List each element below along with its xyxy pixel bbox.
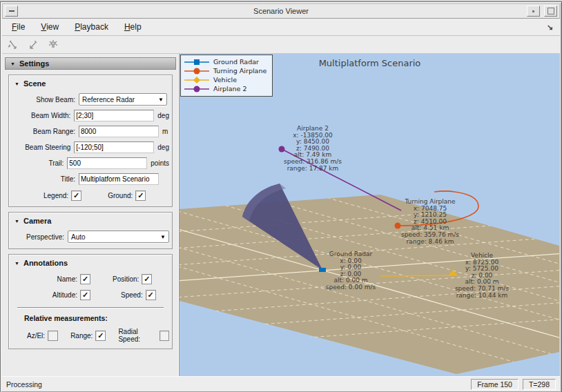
legend-label: Ground Radar bbox=[213, 58, 259, 66]
titlebar: Scenario Viewer bbox=[2, 3, 560, 19]
range-checkbox[interactable]: ✓ bbox=[95, 331, 106, 341]
relative-measurements-header: Relative measurements: bbox=[24, 314, 169, 322]
legend-label: Legend: bbox=[43, 192, 68, 199]
toolbar bbox=[2, 36, 560, 54]
status-bar: Processing Frame 150 T=298 bbox=[2, 376, 560, 391]
circle-marker-icon bbox=[194, 68, 200, 74]
window-title: Scenario Viewer bbox=[3, 7, 559, 15]
perspective-select[interactable]: Auto ▼ bbox=[68, 231, 169, 243]
menu-help[interactable]: Help bbox=[118, 20, 148, 34]
camera-group-header[interactable]: ▼ Camera bbox=[12, 215, 169, 226]
vehicle-annotation: Vehicle x: 8725.00 y: 5725.00 z: 0.00 al… bbox=[430, 253, 534, 299]
altitude-checkbox[interactable]: ✓ bbox=[80, 290, 90, 300]
title-label: Title: bbox=[12, 175, 75, 183]
annotation-line: range: 17.87 km bbox=[261, 166, 365, 173]
diamond-marker-icon bbox=[193, 77, 200, 84]
menu-bar: File View Playback Help ↘ bbox=[2, 19, 560, 36]
chevron-down-icon: ▼ bbox=[158, 97, 164, 103]
main-content: ▼ Settings ▼ Scene Show Beam: Reference … bbox=[2, 54, 560, 376]
trail-unit: points bbox=[151, 159, 169, 167]
menu-overflow-arrow-icon[interactable]: ↘ bbox=[547, 23, 553, 32]
legend-label: Airplane 2 bbox=[213, 85, 246, 92]
check-icon: ✓ bbox=[73, 191, 79, 200]
maximize-icon bbox=[548, 8, 554, 14]
camera-group: ▼ Camera Perspective: Auto ▼ bbox=[8, 212, 173, 249]
show-beam-label: Show Beam: bbox=[12, 96, 75, 104]
range-label: Range: bbox=[70, 332, 93, 340]
annotations-group-header[interactable]: ▼ Annotations bbox=[12, 257, 169, 268]
perspective-value: Auto bbox=[71, 233, 86, 241]
altitude-label: Altitude: bbox=[52, 291, 77, 299]
pen-tool-icon[interactable] bbox=[6, 39, 20, 51]
beam-width-input[interactable] bbox=[74, 110, 154, 121]
position-label: Position: bbox=[113, 275, 139, 283]
beam-steering-input[interactable] bbox=[74, 141, 154, 153]
beam-width-unit: deg bbox=[157, 112, 169, 119]
lamp-tool-icon[interactable] bbox=[46, 39, 60, 51]
name-label: Name: bbox=[57, 275, 77, 283]
trail-label: Trail: bbox=[12, 159, 64, 167]
menu-view[interactable]: View bbox=[35, 20, 65, 34]
time-counter: T=298 bbox=[523, 379, 556, 390]
scenario-viewer-window: Scenario Viewer File View Playback Help … bbox=[0, 1, 562, 392]
check-icon: ✓ bbox=[144, 275, 150, 284]
check-icon: ✓ bbox=[148, 291, 154, 300]
name-checkbox[interactable]: ✓ bbox=[80, 274, 90, 284]
settings-panel: ▼ Settings ▼ Scene Show Beam: Reference … bbox=[2, 54, 180, 376]
check-icon: ✓ bbox=[82, 291, 88, 300]
menu-playback[interactable]: Playback bbox=[68, 20, 115, 34]
restore-icon bbox=[532, 10, 534, 12]
scene-header-label: Scene bbox=[23, 79, 46, 88]
check-icon: ✓ bbox=[82, 275, 88, 284]
speed-checkbox[interactable]: ✓ bbox=[146, 290, 156, 300]
annotations-header-label: Annotations bbox=[23, 259, 68, 267]
legend-item-vehicle[interactable]: Vehicle bbox=[184, 75, 267, 84]
ground-checkbox[interactable]: ✓ bbox=[135, 190, 146, 201]
frame-counter: Frame 150 bbox=[471, 379, 519, 390]
legend-checkbox[interactable]: ✓ bbox=[71, 190, 81, 201]
legend-item-airplane2[interactable]: Airplane 2 bbox=[184, 84, 267, 93]
scenario-plot[interactable]: Multiplatform Scenario Ground Radar Turn… bbox=[180, 54, 560, 376]
brush-tool-icon[interactable] bbox=[26, 39, 40, 51]
status-message: Processing bbox=[6, 380, 42, 389]
radial-speed-label: Radial Speed: bbox=[118, 328, 157, 343]
beam-range-unit: m bbox=[162, 128, 168, 135]
trail-input[interactable] bbox=[67, 157, 147, 169]
maximize-button[interactable] bbox=[544, 6, 557, 17]
beam-range-label: Beam Range: bbox=[12, 128, 75, 135]
restore-button[interactable] bbox=[527, 6, 540, 17]
chevron-down-icon: ▼ bbox=[160, 234, 166, 240]
menu-file[interactable]: File bbox=[6, 20, 31, 34]
annotations-group: ▼ Annotations Name: ✓ Position: ✓ Altit bbox=[8, 254, 173, 349]
collapse-triangle-icon: ▼ bbox=[14, 261, 19, 266]
ground-radar-annotation: Ground Radar x: 0.00 y: 0.00 z: 0.00 alt… bbox=[299, 251, 403, 291]
scene-group-header[interactable]: ▼ Scene bbox=[12, 78, 169, 89]
minimize-button[interactable] bbox=[5, 6, 18, 17]
legend-item-ground-radar[interactable]: Ground Radar bbox=[184, 57, 267, 66]
position-checkbox[interactable]: ✓ bbox=[142, 274, 152, 284]
divider bbox=[17, 307, 164, 308]
collapse-triangle-icon: ▼ bbox=[10, 61, 15, 66]
legend-item-turning-airplane[interactable]: Turning Airplane bbox=[184, 66, 267, 75]
annotation-line: range: 10.44 km bbox=[430, 293, 534, 300]
annotation-line: range: 8.46 km bbox=[378, 239, 482, 246]
beam-width-label: Beam Width: bbox=[12, 112, 70, 119]
show-beam-select[interactable]: Reference Radar ▼ bbox=[79, 93, 167, 106]
collapse-triangle-icon: ▼ bbox=[14, 81, 19, 86]
show-beam-value: Reference Radar bbox=[82, 96, 135, 104]
radial-speed-checkbox[interactable]: ✓ bbox=[159, 331, 169, 341]
check-icon: ✓ bbox=[137, 191, 144, 200]
minimize-icon bbox=[9, 10, 14, 12]
camera-header-label: Camera bbox=[23, 217, 51, 225]
azel-label: Az/El: bbox=[27, 332, 45, 340]
beam-range-input[interactable] bbox=[79, 126, 159, 137]
settings-section-header[interactable]: ▼ Settings bbox=[5, 57, 176, 70]
ground-label: Ground: bbox=[108, 192, 133, 199]
turning-airplane-annotation: Turning Airplane x: 7048.75 y: 1210.25 z… bbox=[378, 199, 482, 245]
azel-checkbox[interactable]: ✓ bbox=[48, 331, 58, 341]
legend-label: Turning Airplane bbox=[213, 67, 267, 75]
plot-legend: Ground Radar Turning Airplane Vehicle Ai… bbox=[180, 55, 273, 97]
check-icon: ✓ bbox=[97, 331, 104, 340]
annotation-line: speed: 0.00 m/s bbox=[299, 284, 403, 291]
title-input[interactable] bbox=[79, 173, 159, 185]
